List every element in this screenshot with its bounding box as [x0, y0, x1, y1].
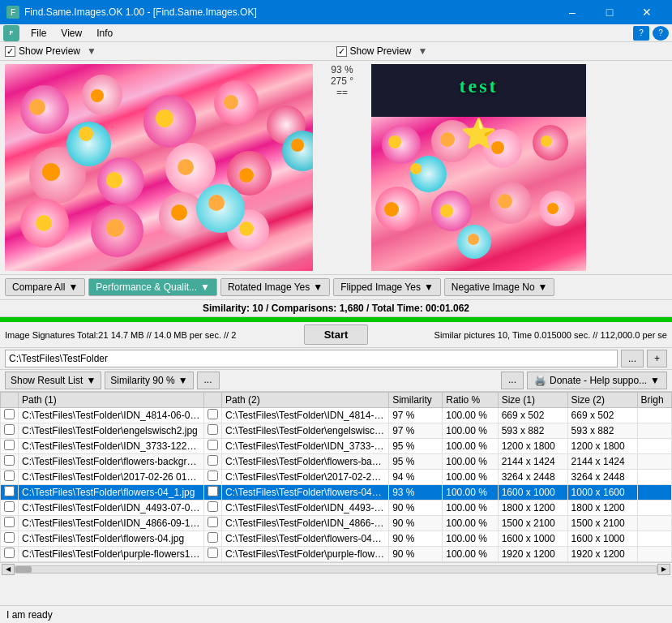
preview-left-control: Show Preview ▼: [5, 45, 336, 57]
scroll-thumb[interactable]: [15, 566, 32, 573]
col-path1[interactable]: Path (1): [19, 393, 204, 408]
dots-button-1[interactable]: ...: [197, 372, 220, 389]
row-check2-6[interactable]: [204, 501, 222, 516]
col-ratio[interactable]: Ratio %: [443, 393, 498, 408]
table-row[interactable]: C:\TestFiles\TestFolder\engelswisch2.jpg…: [1, 423, 672, 439]
row-check1-1[interactable]: [1, 423, 19, 439]
row-path1-0: C:\TestFiles\TestFolder\IDN_4814-06-0711…: [19, 408, 204, 423]
row-check2-7[interactable]: [204, 516, 222, 531]
row-check2-4[interactable]: [204, 470, 222, 485]
row-path1-3: C:\TestFiles\TestFolder\flowers-backgrou…: [19, 454, 204, 470]
help-icon1[interactable]: ?: [633, 26, 649, 41]
center-6: [106, 172, 122, 188]
center-8: [239, 168, 254, 183]
row-check1-7[interactable]: [1, 516, 19, 531]
rotated-dropdown[interactable]: Rotated Image Yes ▼: [220, 278, 330, 296]
table-row[interactable]: C:\TestFiles\TestFolder\flowers-04_1.jpg…: [1, 485, 672, 501]
row-ratio-2: 100.00 %: [443, 439, 498, 454]
similarity-info-bar: Similarity: 10 / Comparisons: 1,680 / To…: [0, 300, 672, 317]
horizontal-scrollbar[interactable]: ◀ ▶: [0, 562, 672, 575]
table-body: C:\TestFiles\TestFolder\IDN_4814-06-0711…: [1, 408, 672, 562]
negative-dropdown[interactable]: Negative Image No ▼: [444, 278, 555, 296]
start-button[interactable]: Start: [304, 324, 369, 345]
row-check1-0[interactable]: [1, 408, 19, 423]
show-preview-left-arrow[interactable]: ▼: [87, 45, 96, 57]
row-similarity-7: 90 %: [389, 516, 443, 531]
row-brigh-2: [637, 439, 671, 454]
status-bar-text: I am ready: [6, 609, 53, 621]
compare-all-dropdown[interactable]: Compare All ▼: [5, 278, 85, 296]
row-check2-8[interactable]: [204, 531, 222, 547]
negative-arrow: ▼: [538, 281, 548, 293]
row-check2-9[interactable]: [204, 547, 222, 562]
row-similarity-3: 95 %: [389, 454, 443, 470]
row-check1-6[interactable]: [1, 501, 19, 516]
table-row[interactable]: C:\TestFiles\TestFolder\IDN_3733-122615.…: [1, 439, 672, 454]
row-check2-1[interactable]: [204, 423, 222, 439]
col-brigh[interactable]: Brigh: [637, 393, 671, 408]
path-input[interactable]: [5, 350, 618, 367]
row-path1-7: C:\TestFiles\TestFolder\IDN_4866-09-1206…: [19, 516, 204, 531]
col-check1: [1, 393, 19, 408]
table-row[interactable]: C:\TestFiles\TestFolder\2017-02-26 011.J…: [1, 470, 672, 485]
show-preview-right-arrow[interactable]: ▼: [418, 45, 428, 57]
maximize-button[interactable]: □: [591, 0, 628, 24]
scroll-right-arrow[interactable]: ▶: [657, 564, 670, 575]
row-check1-9[interactable]: [1, 547, 19, 562]
table-row[interactable]: C:\TestFiles\TestFolder\IDN_4493-07-0812…: [1, 501, 672, 516]
table-row[interactable]: C:\TestFiles\TestFolder\IDN_4814-06-0711…: [1, 408, 672, 423]
menu-info[interactable]: Info: [90, 26, 119, 41]
row-size2-0: 669 x 502: [567, 408, 637, 423]
performance-dropdown[interactable]: Performance & Qualit... ▼: [88, 278, 217, 296]
preview-image-right: test ⭐: [371, 64, 586, 271]
table-row[interactable]: C:\TestFiles\TestFolder\flowers-04.jpg C…: [1, 531, 672, 547]
add-button[interactable]: +: [647, 350, 667, 367]
menu-view[interactable]: View: [54, 26, 88, 41]
rc-2: [440, 132, 455, 147]
help-icon2[interactable]: ?: [653, 26, 669, 41]
show-preview-right-checkbox[interactable]: [336, 46, 347, 57]
row-size2-8: 1600 x 1000: [567, 531, 637, 547]
table-row[interactable]: C:\TestFiles\TestFolder\purple-flowers1.…: [1, 547, 672, 562]
row-check1-3[interactable]: [1, 454, 19, 470]
donate-arrow: ▼: [650, 375, 660, 386]
row-check2-0[interactable]: [204, 408, 222, 423]
show-result-list-dropdown[interactable]: Show Result List ▼: [5, 372, 101, 389]
flipped-dropdown[interactable]: Flipped Image Yes ▼: [333, 278, 441, 296]
col-path2[interactable]: Path (2): [222, 393, 389, 408]
dots-button-2[interactable]: ...: [501, 372, 524, 389]
row-path2-2: C:\TestFiles\TestFolder\IDN_3733-122...: [222, 439, 389, 454]
row-path2-4: C:\TestFiles\TestFolder\2017-02-26 01...: [222, 470, 389, 485]
row-size2-4: 3264 x 2448: [567, 470, 637, 485]
row-check1-2[interactable]: [1, 439, 19, 454]
row-check1-4[interactable]: [1, 470, 19, 485]
row-check1-5[interactable]: [1, 485, 19, 501]
donate-button[interactable]: 🖨️ Donate - Help suppo... ▼: [527, 372, 667, 389]
menu-file[interactable]: File: [24, 26, 53, 41]
scroll-left-arrow[interactable]: ◀: [2, 564, 15, 575]
row-check2-5[interactable]: [204, 485, 222, 501]
scroll-track[interactable]: [15, 565, 657, 574]
col-size2[interactable]: Size (2): [567, 393, 637, 408]
row-similarity-0: 97 %: [389, 408, 443, 423]
similarity-dropdown[interactable]: Similarity 90 % ▼: [105, 372, 193, 389]
row-check1-8[interactable]: [1, 531, 19, 547]
close-button[interactable]: ✕: [628, 0, 666, 24]
table-row[interactable]: C:\TestFiles\TestFolder\flowers-backgrou…: [1, 454, 672, 470]
similarity-label: Similarity 90 %: [110, 375, 174, 386]
row-path1-1: C:\TestFiles\TestFolder\engelswisch2.jpg: [19, 423, 204, 439]
show-preview-left-checkbox[interactable]: [5, 46, 15, 57]
row-ratio-6: 100.00 %: [443, 501, 498, 516]
minimize-button[interactable]: –: [554, 0, 591, 24]
table-row[interactable]: C:\TestFiles\TestFolder\IDN_4866-09-1206…: [1, 516, 672, 531]
row-path2-1: C:\TestFiles\TestFolder\engelswisch2_...: [222, 423, 389, 439]
row-size1-3: 2144 x 1424: [498, 454, 567, 470]
show-result-list-label: Show Result List: [11, 375, 83, 386]
col-size1[interactable]: Size (1): [498, 393, 567, 408]
row-check2-3[interactable]: [204, 454, 222, 470]
previews-row: 93 % 275 ° ==: [0, 61, 672, 275]
browse-button[interactable]: ...: [621, 350, 644, 367]
row-check2-2[interactable]: [204, 439, 222, 454]
window-title: Find.Same.Images.OK 1.00 - [Find.Same.Im…: [24, 6, 257, 18]
col-similarity[interactable]: Similarity: [389, 393, 443, 408]
